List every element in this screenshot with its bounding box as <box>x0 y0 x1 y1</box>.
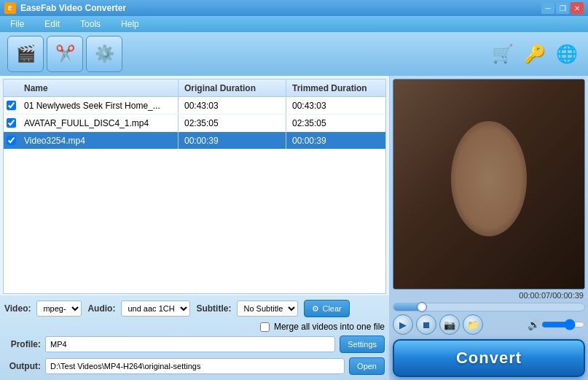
clear-label: Clear <box>322 304 341 313</box>
table-row[interactable]: AVATAR_FUULL_DISC4_1.mp4 02:35:05 02:35:… <box>4 115 385 132</box>
clear-icon: ⚙ <box>312 304 319 314</box>
row2-trimmed: 02:35:05 <box>286 115 385 131</box>
output-input[interactable] <box>45 358 345 374</box>
toolbar: 🎬 ✂️ ⚙️ 🛒 🔑 🌐 <box>0 32 588 76</box>
face-dark <box>393 80 584 289</box>
row2-checkbox[interactable] <box>7 118 16 128</box>
row3-checkbox[interactable] <box>7 136 16 145</box>
menu-help[interactable]: Help <box>117 18 144 31</box>
file-list: Name Original Duration Trimmed Duration … <box>3 79 386 294</box>
row1-original: 00:43:03 <box>179 97 286 114</box>
play-button[interactable]: ▶ <box>393 314 413 335</box>
stop-button[interactable]: ⏹ <box>416 314 436 335</box>
menubar: File Edit Tools Help <box>0 16 588 32</box>
video-select[interactable]: mpeg- <box>36 300 82 317</box>
shopping-button[interactable]: 🛒 <box>489 40 517 68</box>
row1-checkbox[interactable] <box>7 101 16 110</box>
close-button[interactable]: ✕ <box>571 2 584 14</box>
audio-select[interactable]: und aac 1CH <box>121 300 190 317</box>
row2-original: 02:35:05 <box>179 115 286 131</box>
bottom-controls: Video: mpeg- Audio: und aac 1CH Subtitle… <box>0 295 389 380</box>
settings-toolbar-button[interactable]: ⚙️ <box>86 36 122 72</box>
left-panel: Name Original Duration Trimmed Duration … <box>0 76 390 380</box>
settings-button[interactable]: Settings <box>340 336 385 353</box>
titlebar: E EaseFab Video Converter ─ ❐ ✕ <box>0 0 588 16</box>
audio-label: Audio: <box>87 303 115 314</box>
subtitle-label: Subtitle: <box>196 303 231 314</box>
col-header-name: Name <box>18 80 179 96</box>
help-button[interactable]: 🌐 <box>553 40 581 68</box>
profile-row: Profile: Settings <box>4 335 385 354</box>
merge-label: Merge all videos into one file <box>274 322 385 332</box>
video-preview <box>393 80 584 289</box>
volume-icon: 🔊 <box>528 319 540 330</box>
col-header-original: Original Duration <box>179 80 286 96</box>
output-row: Output: Open <box>4 357 385 376</box>
table-row[interactable]: 01 Newlyweds Seek First Home_... 00:43:0… <box>4 97 385 115</box>
merge-checkbox[interactable] <box>260 322 270 332</box>
preview-area <box>393 79 585 290</box>
profile-input[interactable] <box>45 336 335 352</box>
restore-button[interactable]: ❐ <box>556 2 569 14</box>
app-title: EaseFab Video Converter <box>20 3 126 13</box>
time-display: 00:00:07/00:00:39 <box>393 290 585 301</box>
add-video-icon: 🎬 <box>16 46 36 62</box>
profile-label: Profile: <box>4 339 41 349</box>
window-controls: ─ ❐ ✕ <box>541 2 584 14</box>
right-panel: 00:00:07/00:00:39 ▶ ⏹ 📷 📁 🔊 Convert <box>390 76 588 380</box>
folder-button[interactable]: 📁 <box>463 314 483 335</box>
volume-slider[interactable] <box>541 321 585 328</box>
add-video-button[interactable]: 🎬 <box>7 36 44 72</box>
player-controls: ▶ ⏹ 📷 📁 🔊 <box>393 313 585 336</box>
open-button[interactable]: Open <box>349 357 385 375</box>
merge-row: Merge all videos into one file <box>4 322 385 332</box>
track-row: Video: mpeg- Audio: und aac 1CH Subtitle… <box>4 298 385 319</box>
menu-edit[interactable]: Edit <box>40 18 64 31</box>
volume-controls: 🔊 <box>528 319 585 330</box>
menu-file[interactable]: File <box>6 18 28 31</box>
progress-bar[interactable] <box>393 303 585 311</box>
row2-name: AVATAR_FUULL_DISC4_1.mp4 <box>18 115 179 131</box>
app-icon: E <box>4 2 16 14</box>
edit-icon: ✂️ <box>55 46 75 62</box>
edit-button[interactable]: ✂️ <box>47 36 83 72</box>
row1-name: 01 Newlyweds Seek First Home_... <box>18 97 179 114</box>
convert-button[interactable]: Convert <box>393 339 585 377</box>
table-row[interactable]: Video3254.mp4 00:00:39 00:00:39 <box>4 132 385 150</box>
clear-button[interactable]: ⚙ Clear <box>304 300 349 317</box>
row3-name: Video3254.mp4 <box>18 132 179 149</box>
minimize-button[interactable]: ─ <box>541 2 554 14</box>
key-button[interactable]: 🔑 <box>521 40 549 68</box>
subtitle-select[interactable]: No Subtitle <box>237 300 298 317</box>
settings-icon: ⚙️ <box>95 46 114 62</box>
progress-thumb[interactable] <box>417 302 427 312</box>
row1-trimmed: 00:43:03 <box>286 97 385 114</box>
row3-original: 00:00:39 <box>179 132 286 149</box>
row3-trimmed: 00:00:39 <box>286 132 385 149</box>
file-list-header: Name Original Duration Trimmed Duration <box>4 80 385 97</box>
menu-tools[interactable]: Tools <box>76 18 105 31</box>
video-label: Video: <box>4 303 31 314</box>
output-label: Output: <box>4 361 41 371</box>
main-area: Name Original Duration Trimmed Duration … <box>0 76 588 380</box>
toolbar-right: 🛒 🔑 🌐 <box>489 40 581 68</box>
col-header-trimmed: Trimmed Duration <box>286 80 385 96</box>
screenshot-button[interactable]: 📷 <box>439 314 460 335</box>
